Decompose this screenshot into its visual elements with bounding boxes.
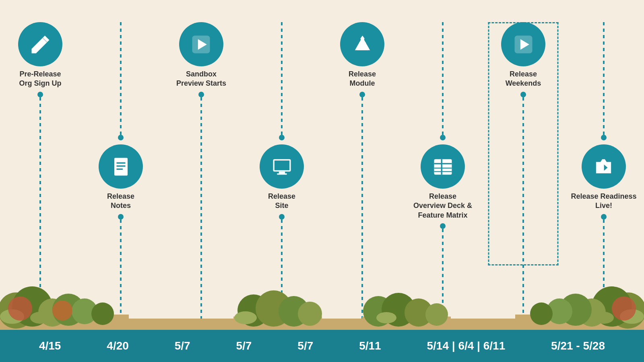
release-module-label: Release Module	[349, 70, 376, 88]
date-420: 4/20	[107, 339, 129, 352]
release-site-label: Release Site	[268, 192, 295, 211]
pre-release-item: Pre-Release Org Sign Up	[18, 0, 62, 88]
release-weekends-dot	[520, 92, 526, 97]
svg-point-33	[30, 312, 50, 324]
slot-release-site: Release Site	[242, 0, 322, 330]
release-module-dot	[359, 92, 365, 97]
release-readiness-label: Release Readiness Live!	[571, 192, 636, 211]
pre-release-label: Pre-Release Org Sign Up	[19, 70, 62, 88]
sandbox-preview-label: Sandbox Preview Starts	[176, 70, 226, 88]
timeline-bar: 4/15 4/20 5/7 5/7 5/7 5/11 5/14 | 6/4 | …	[0, 330, 644, 362]
svg-marker-14	[360, 35, 365, 39]
nature-left-svg	[0, 282, 129, 331]
release-readiness-line-top	[603, 22, 605, 135]
release-weekends-item: Release Weekends	[501, 0, 545, 88]
pencil-icon	[29, 33, 52, 56]
svg-point-54	[530, 302, 553, 325]
document-icon	[110, 156, 132, 178]
table-icon	[432, 156, 454, 178]
svg-marker-12	[357, 42, 368, 50]
slot-release-overview: Release Overview Deck & Feature Matrix	[402, 0, 483, 330]
date-521: 5/21 - 5/28	[551, 339, 605, 352]
svg-rect-9	[277, 173, 287, 175]
release-notes-item: Release Notes	[99, 144, 143, 211]
pre-release-dot	[37, 92, 43, 97]
release-readiness-dot-top	[601, 135, 607, 140]
sandbox-preview-icon-circle	[179, 22, 223, 66]
svg-rect-1	[116, 162, 125, 163]
release-module-icon-circle	[340, 22, 384, 66]
monitor-icon	[271, 156, 293, 178]
release-overview-label: Release Overview Deck & Feature Matrix	[413, 192, 472, 220]
slot-release-weekends: Release Weekends	[483, 0, 564, 330]
svg-point-46	[425, 303, 448, 326]
release-site-dot-bottom	[279, 214, 285, 220]
release-overview-item: Release Overview Deck & Feature Matrix	[413, 144, 472, 220]
nature-center-right	[362, 286, 451, 331]
release-overview-dot-bottom	[440, 223, 446, 229]
svg-point-41	[234, 311, 257, 324]
date-511: 5/11	[359, 339, 381, 352]
nature-center-left	[233, 286, 322, 331]
slot-pre-release: Pre-Release Org Sign Up	[0, 0, 80, 330]
svg-rect-3	[116, 168, 122, 169]
release-notes-icon-circle	[99, 144, 143, 189]
sandbox-preview-item: Sandbox Preview Starts	[176, 0, 226, 88]
svg-point-56	[594, 312, 614, 324]
release-site-dot-top	[279, 135, 285, 140]
release-site-line-top	[281, 22, 283, 135]
release-notes-label: Release Notes	[107, 192, 134, 211]
svg-point-40	[298, 302, 322, 326]
nature-right-svg	[515, 282, 644, 331]
release-overview-line-top	[442, 22, 444, 135]
svg-point-57	[612, 296, 636, 321]
release-site-item: Release Site	[260, 144, 304, 211]
content-area: Pre-Release Org Sign Up	[0, 0, 644, 330]
svg-point-35	[52, 300, 72, 321]
release-readiness-icon-circle	[582, 144, 626, 189]
nature-right	[515, 282, 644, 331]
svg-marker-22	[596, 159, 611, 173]
sandbox-line-down	[200, 97, 202, 330]
date-57b: 5/7	[236, 339, 252, 352]
nature-left	[0, 282, 129, 331]
release-readiness-item: Release Readiness Live!	[571, 144, 636, 211]
main-container: Pre-Release Org Sign Up	[0, 0, 644, 362]
nature-cr-svg	[362, 286, 451, 331]
pre-release-icon-circle	[18, 22, 62, 66]
release-overview-icon-circle	[421, 144, 465, 189]
date-57a: 5/7	[175, 339, 190, 352]
nature-cl-svg	[233, 286, 322, 331]
slot-sandbox-preview: Sandbox Preview Starts	[161, 0, 242, 330]
play-icon-sandbox	[190, 33, 212, 56]
release-site-icon-circle	[260, 144, 304, 189]
svg-point-31	[91, 302, 114, 325]
svg-rect-8	[279, 171, 285, 173]
release-notes-dot-top	[118, 135, 124, 140]
svg-rect-7	[274, 160, 289, 170]
release-notes-line-top	[120, 22, 122, 135]
release-weekends-label: Release Weekends	[506, 70, 541, 88]
sandbox-dot	[198, 92, 204, 97]
mountain-icon	[351, 33, 374, 56]
svg-rect-2	[116, 165, 125, 167]
camera-icon	[592, 156, 615, 178]
date-415: 4/15	[39, 339, 61, 352]
release-readiness-dot-bottom	[601, 214, 607, 220]
slot-release-notes: Release Notes	[80, 0, 161, 330]
release-overview-dot-top	[440, 135, 446, 140]
svg-point-34	[8, 296, 32, 321]
slot-release-readiness: Release Readiness Live!	[564, 0, 644, 330]
date-514: 5/14 | 6/4 | 6/11	[427, 339, 506, 352]
play-icon-weekends	[512, 33, 535, 56]
svg-point-47	[376, 312, 396, 323]
slot-release-module: Release Module	[322, 0, 402, 330]
release-weekends-icon-circle	[501, 22, 545, 66]
date-57c: 5/7	[297, 339, 313, 352]
svg-rect-15	[434, 159, 452, 175]
release-module-item: Release Module	[340, 0, 384, 88]
release-notes-dot-bottom	[118, 214, 124, 220]
